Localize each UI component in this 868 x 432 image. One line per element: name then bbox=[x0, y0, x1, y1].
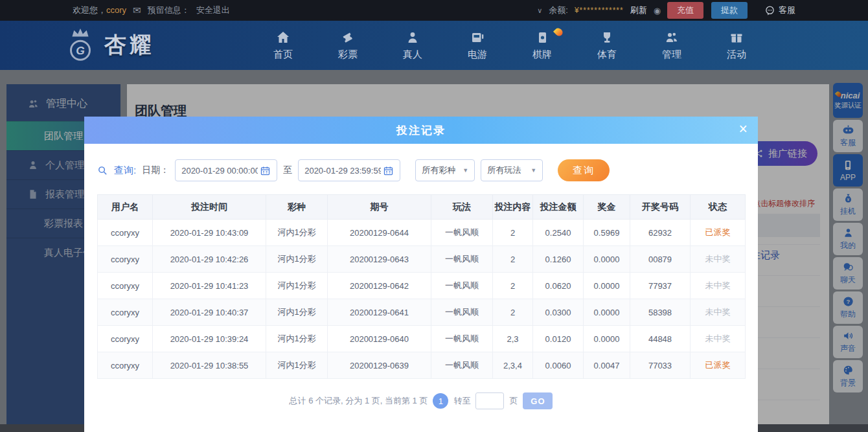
ticket-icon bbox=[340, 30, 356, 45]
col-play: 玩法 bbox=[431, 195, 493, 220]
lottery-filter-select[interactable]: 所有彩种 ▼ bbox=[415, 159, 475, 181]
page-1-button[interactable]: 1 bbox=[433, 393, 448, 409]
users-icon bbox=[664, 30, 680, 45]
date-to-input[interactable] bbox=[304, 166, 381, 176]
app-screen: 欢迎您，ccory ✉ 预留信息： 安全退出 ∨ 余额: ¥**********… bbox=[0, 0, 868, 432]
col-amount: 投注金额 bbox=[533, 195, 584, 220]
dropdown-caret-icon: ▼ bbox=[463, 167, 468, 174]
hot-flame-icon bbox=[553, 27, 564, 38]
to-label: 至 bbox=[283, 165, 292, 176]
nav-items: 首页 彩票 真人 电游 棋牌 体育 bbox=[251, 30, 769, 61]
search-icon bbox=[97, 165, 108, 176]
date-from-input[interactable] bbox=[181, 166, 258, 176]
topbar: 欢迎您，ccory ✉ 预留信息： 安全退出 ∨ 余额: ¥**********… bbox=[0, 0, 868, 21]
welcome-prefix: 欢迎您， bbox=[73, 5, 106, 15]
refresh-button[interactable]: 刷新 bbox=[630, 5, 647, 16]
chevron-down-icon[interactable]: ∨ bbox=[537, 6, 542, 15]
crown-emblem-icon: G bbox=[62, 27, 99, 64]
date-label: 日期： bbox=[142, 165, 169, 176]
trophy-icon bbox=[599, 30, 615, 45]
gift-icon bbox=[729, 30, 744, 45]
col-username: 用户名 bbox=[98, 195, 153, 220]
envelope-icon[interactable]: ✉ bbox=[133, 5, 141, 16]
table-header-row: 用户名 投注时间 彩种 期号 玩法 投注内容 投注金额 奖金 开奖号码 状态 bbox=[98, 195, 746, 220]
svg-text:G: G bbox=[76, 45, 85, 58]
col-prize: 奖金 bbox=[584, 195, 630, 220]
nav-item-boardgames[interactable]: 棋牌 bbox=[510, 30, 575, 61]
chat-bubble-icon bbox=[764, 5, 775, 16]
col-numbers: 开奖号码 bbox=[630, 195, 691, 220]
service-label: 客服 bbox=[779, 5, 795, 16]
date-to-field[interactable] bbox=[298, 159, 400, 181]
table-row: ccoryxy 2020-01-29 10:39:24 河内1分彩 202001… bbox=[98, 326, 746, 352]
calendar-icon[interactable] bbox=[260, 165, 271, 176]
welcome-text: 欢迎您，ccory bbox=[73, 5, 126, 16]
table-row: ccoryxy 2020-01-29 10:42:26 河内1分彩 202001… bbox=[98, 246, 746, 273]
logout-link[interactable]: 安全退出 bbox=[196, 5, 230, 16]
topbar-right: ∨ 余额: ¥************ 刷新 ◉ 充值 提款 客服 bbox=[537, 2, 795, 19]
nav-item-promos[interactable]: 活动 bbox=[704, 30, 769, 61]
col-content: 投注内容 bbox=[493, 195, 533, 220]
close-icon[interactable]: × bbox=[739, 122, 748, 137]
home-icon bbox=[275, 30, 291, 45]
date-from-field[interactable] bbox=[175, 159, 277, 181]
username: ccory bbox=[106, 5, 126, 15]
modal-header: 投注记录 × bbox=[84, 117, 758, 144]
table-row: ccoryxy 2020-01-29 10:43:09 河内1分彩 202001… bbox=[98, 220, 746, 246]
go-button[interactable]: GO bbox=[523, 392, 553, 409]
table-row: ccoryxy 2020-01-29 10:38:55 河内1分彩 202001… bbox=[98, 352, 746, 379]
pagination: 总计 6 个记录, 分为 1 页, 当前第 1 页 1 转至 页 GO bbox=[84, 392, 758, 409]
brand-logo[interactable]: G 杏耀 bbox=[62, 27, 155, 64]
balance-label: 余额: bbox=[549, 5, 568, 16]
page-unit-label: 页 bbox=[509, 395, 518, 407]
topbar-left: 欢迎您，ccory ✉ 预留信息： 安全退出 bbox=[73, 5, 230, 16]
play-filter-select[interactable]: 所有玩法 ▼ bbox=[481, 159, 543, 181]
nav-item-live[interactable]: 真人 bbox=[380, 30, 445, 61]
pagination-summary: 总计 6 个记录, 分为 1 页, 当前第 1 页 bbox=[290, 395, 428, 407]
bet-record-table: 用户名 投注时间 彩种 期号 玩法 投注内容 投注金额 奖金 开奖号码 状态 c… bbox=[97, 194, 746, 379]
dropdown-caret-icon: ▼ bbox=[531, 167, 536, 174]
eye-icon[interactable]: ◉ bbox=[654, 6, 661, 16]
status-badge: 未中奖 bbox=[691, 299, 746, 326]
reserved-info-label: 预留信息： bbox=[148, 5, 190, 16]
modal-title: 投注记录 bbox=[396, 123, 446, 138]
goto-label: 转至 bbox=[453, 395, 470, 407]
slot-machine-icon bbox=[470, 30, 485, 45]
recharge-button[interactable]: 充值 bbox=[667, 2, 703, 19]
main-nav: G 杏耀 首页 彩票 真人 电游 棋牌 bbox=[0, 21, 868, 70]
mahjong-tile-icon bbox=[534, 30, 550, 45]
col-lottery: 彩种 bbox=[266, 195, 328, 220]
nav-item-lottery[interactable]: 彩票 bbox=[315, 30, 380, 61]
status-badge: 未中奖 bbox=[691, 246, 746, 273]
goto-page-input[interactable] bbox=[475, 392, 504, 409]
bet-record-modal: 投注记录 × 查询: 日期： 至 所有彩种 ▼ 所有玩法 ▼ bbox=[84, 117, 758, 432]
search-label: 查询: bbox=[114, 165, 136, 177]
query-button[interactable]: 查询 bbox=[558, 159, 610, 181]
service-link[interactable]: 客服 bbox=[764, 5, 795, 16]
brand-name: 杏耀 bbox=[104, 30, 155, 60]
search-row: 查询: 日期： 至 所有彩种 ▼ 所有玩法 ▼ 查询 bbox=[97, 159, 758, 181]
col-bet-time: 投注时间 bbox=[153, 195, 266, 220]
status-badge: 未中奖 bbox=[691, 273, 746, 299]
table-row: ccoryxy 2020-01-29 10:41:23 河内1分彩 202001… bbox=[98, 273, 746, 299]
nav-item-sports[interactable]: 体育 bbox=[575, 30, 639, 61]
balance-value: ¥************ bbox=[575, 6, 624, 15]
nav-item-manage[interactable]: 管理 bbox=[639, 30, 704, 61]
status-badge: 已派奖 bbox=[691, 352, 746, 379]
live-person-icon bbox=[405, 30, 420, 45]
col-issue: 期号 bbox=[328, 195, 431, 220]
nav-item-home[interactable]: 首页 bbox=[251, 30, 315, 61]
table-row: ccoryxy 2020-01-29 10:40:37 河内1分彩 202001… bbox=[98, 299, 746, 326]
withdraw-button[interactable]: 提款 bbox=[711, 2, 748, 19]
col-status: 状态 bbox=[691, 195, 746, 220]
calendar-icon[interactable] bbox=[383, 165, 394, 176]
nav-item-egames[interactable]: 电游 bbox=[445, 30, 510, 61]
status-badge: 已派奖 bbox=[691, 220, 746, 246]
status-badge: 未中奖 bbox=[691, 326, 746, 352]
